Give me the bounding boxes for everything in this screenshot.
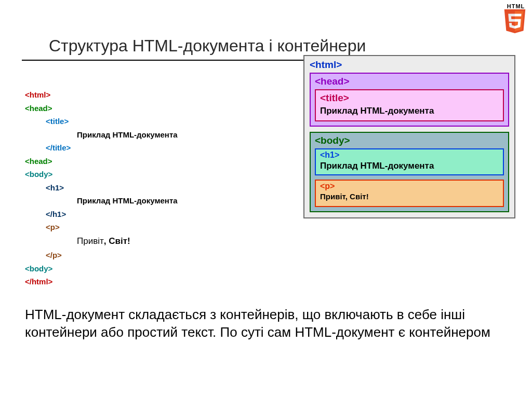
code-head-open: <head> [25, 102, 178, 115]
h1-content: Приклад HTML-документа [320, 161, 499, 171]
box-body: <body> <h1> Приклад HTML-документа <p> П… [310, 132, 509, 212]
label-head: <head> [315, 76, 504, 87]
description-text: HTML-документ складається з контейнерів,… [25, 306, 507, 341]
label-p: <p> [320, 182, 499, 191]
box-head: <head> <title> Приклад HTML-документа [310, 73, 509, 127]
code-body-close: <body> [25, 262, 178, 276]
html5-logo: HTML [503, 3, 529, 33]
code-p-open: <p> [25, 221, 178, 234]
code-p-text: Привіт, Світ! [25, 234, 178, 249]
code-title-open: <title> [25, 115, 178, 128]
page-title: Структура HTML-документа і контейнери [22, 0, 510, 61]
code-head-close: <head> [25, 155, 178, 168]
html5-shield-icon [503, 9, 527, 33]
label-html: <html> [310, 59, 509, 71]
code-body-open: <body> [25, 168, 178, 181]
code-listing: <html> <head> <title> Приклад HTML-докум… [25, 88, 178, 289]
box-p: <p> Привіт, Світ! [315, 180, 504, 207]
box-h1: <h1> Приклад HTML-документа [315, 148, 504, 175]
code-title-close: </title> [25, 141, 178, 155]
label-h1: <h1> [320, 150, 499, 160]
label-title: <title> [320, 92, 499, 104]
p-content: Привіт, Світ! [320, 192, 499, 201]
title-content: Приклад HTML-документа [320, 106, 499, 116]
html5-logo-text: HTML [503, 3, 529, 9]
code-h1-text: Приклад HTML-документа [25, 194, 178, 208]
code-html-open: <html> [25, 88, 178, 102]
nesting-diagram: <html> <head> <title> Приклад HTML-докум… [303, 55, 515, 218]
code-title-text: Приклад HTML-документа [25, 128, 178, 142]
code-h1-open: <h1> [25, 181, 178, 195]
box-html: <html> <head> <title> Приклад HTML-докум… [303, 55, 515, 218]
label-body: <body> [315, 135, 504, 146]
code-p-close: </p> [25, 249, 178, 262]
box-title: <title> Приклад HTML-документа [315, 89, 504, 121]
code-h1-close: </h1> [25, 208, 178, 221]
code-html-close: </html> [25, 275, 178, 289]
